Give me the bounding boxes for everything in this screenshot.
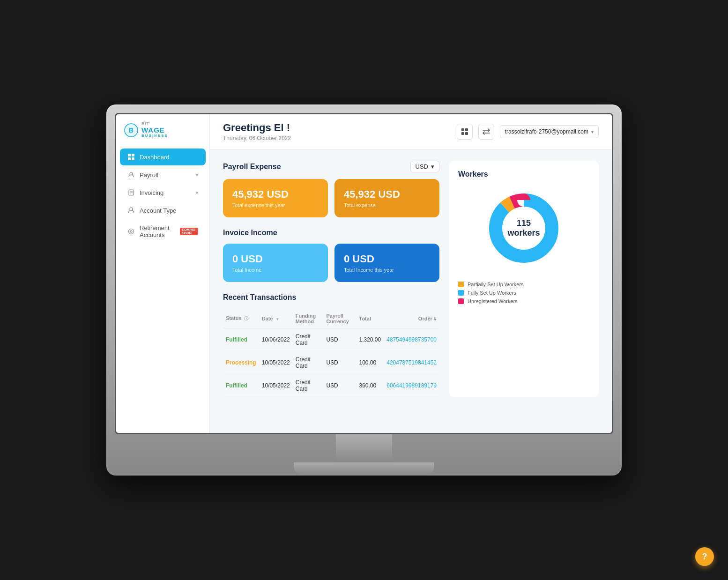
- invoice-amount-total: 0 USD: [232, 253, 319, 265]
- currency-selector[interactable]: USD ▾: [410, 161, 439, 172]
- svg-rect-13: [461, 128, 464, 131]
- legend-full-label: Fully Set Up Workers: [468, 290, 516, 296]
- legend-full: Fully Set Up Workers: [458, 290, 589, 296]
- invoicing-chevron-icon: ▾: [196, 190, 198, 195]
- cell-currency: USD: [323, 328, 356, 351]
- invoice-amount-year: 0 USD: [344, 253, 430, 265]
- legend-partial-label: Partially Set Up Workers: [468, 282, 524, 287]
- status-info-icon: ⓘ: [244, 316, 248, 321]
- table-row: Fulfilled 10/05/2022 Credit Card USD 360…: [223, 374, 439, 397]
- cell-currency: USD: [323, 351, 356, 374]
- col-order: Order #: [384, 309, 439, 328]
- payroll-amount-year: 45,932 USD: [232, 188, 319, 201]
- invoice-section-title: Invoice Income: [223, 229, 277, 237]
- cell-date: 10/06/2022: [259, 328, 293, 351]
- cell-total: 360.00: [356, 374, 384, 397]
- payroll-expense-section: Payroll Expense USD ▾ 45,932 USD: [223, 161, 439, 217]
- logo-wage-label: WAGE: [141, 126, 168, 134]
- table-header-row: Status ⓘ Date ▼ Funding Method: [223, 309, 439, 328]
- col-total: Total: [356, 309, 384, 328]
- cell-order[interactable]: 4875494998735700: [384, 328, 439, 351]
- user-dropdown[interactable]: trassoizifrafo-2750@yopmail.com ▾: [500, 125, 599, 138]
- invoice-section-header: Invoice Income: [223, 229, 439, 237]
- dropdown-chevron-icon: ▾: [591, 129, 594, 134]
- currency-label: USD: [416, 163, 428, 170]
- monitor-stand-neck: [336, 434, 392, 462]
- svg-text:B: B: [129, 126, 134, 134]
- sidebar-item-payroll[interactable]: Payroll ▾: [120, 166, 206, 183]
- invoice-card-year: 0 USD Total Income this year: [334, 244, 439, 282]
- svg-rect-15: [461, 132, 464, 135]
- switch-button[interactable]: [478, 124, 494, 140]
- grid-icon: [127, 153, 135, 161]
- payroll-chevron-icon: ▾: [196, 172, 198, 178]
- greeting-date: Thursday, 06 October 2022: [223, 135, 291, 141]
- payroll-section-header: Payroll Expense USD ▾: [223, 161, 439, 172]
- retirement-icon: [127, 228, 135, 235]
- cell-total: 1,320.00: [356, 328, 384, 351]
- donut-chart: 115 workers: [482, 186, 566, 270]
- payroll-section-title: Payroll Expense: [223, 163, 281, 171]
- sidebar-item-retirement[interactable]: Retirement Accounts COMING SOON: [120, 220, 206, 243]
- sidebar-item-dashboard[interactable]: Dashboard: [120, 149, 206, 165]
- table-row: Processing 10/05/2022 Credit Card USD 10…: [223, 351, 439, 374]
- app-container: B bit WAGE BUSINESS: [116, 114, 612, 433]
- cell-order[interactable]: 4204787519841452: [384, 351, 439, 374]
- sidebar-item-account-type[interactable]: Account Type: [120, 202, 206, 219]
- workers-count: 115 workers: [503, 218, 545, 238]
- transactions-table: Status ⓘ Date ▼ Funding Method: [223, 309, 439, 397]
- col-currency: Payroll Currency: [323, 309, 356, 328]
- logo-business-label: BUSINESS: [141, 134, 168, 138]
- logo-icon: B: [124, 123, 139, 138]
- help-button[interactable]: ?: [695, 547, 714, 566]
- monitor-stand-base: [294, 462, 434, 476]
- date-sort-icon: ▼: [276, 317, 280, 321]
- logo-area: B bit WAGE BUSINESS: [116, 122, 209, 148]
- svg-rect-16: [465, 132, 468, 135]
- coming-soon-badge: COMING SOON: [180, 228, 198, 235]
- svg-rect-3: [132, 154, 134, 156]
- monitor: B bit WAGE BUSINESS: [106, 104, 622, 476]
- payroll-amount-total: 45,932 USD: [344, 188, 430, 201]
- payroll-card-total: 45,932 USD Total expense: [334, 179, 439, 217]
- payroll-label-total: Total expense: [344, 202, 430, 208]
- workers-legend: Partially Set Up Workers Fully Set Up Wo…: [458, 282, 589, 304]
- invoice-label-total: Total Income: [232, 267, 319, 273]
- cell-status: Fulfilled: [223, 374, 259, 397]
- col-status: Status ⓘ: [223, 309, 259, 328]
- sidebar: B bit WAGE BUSINESS: [116, 114, 210, 433]
- left-column: Payroll Expense USD ▾ 45,932 USD: [223, 161, 439, 397]
- svg-point-12: [130, 231, 132, 232]
- workers-card: Workers: [449, 161, 599, 397]
- legend-unregistered-label: Unregistered Workers: [468, 298, 518, 304]
- legend-unregistered: Unregistered Workers: [458, 298, 589, 304]
- svg-rect-14: [465, 128, 468, 131]
- monitor-screen: B bit WAGE BUSINESS: [115, 113, 613, 434]
- grid-view-button[interactable]: [457, 124, 473, 140]
- cell-status: Processing: [223, 351, 259, 374]
- legend-partial: Partially Set Up Workers: [458, 282, 589, 287]
- cell-status: Fulfilled: [223, 328, 259, 351]
- dashboard-nav-label: Dashboard: [140, 154, 170, 161]
- cell-currency: USD: [323, 374, 356, 397]
- legend-partial-dot: [458, 282, 464, 287]
- payroll-card-year: 45,932 USD Total expense this year: [223, 179, 328, 217]
- logo-text: bit WAGE BUSINESS: [141, 122, 168, 138]
- greeting-title: Greetings El !: [223, 122, 291, 134]
- donut-center-text: 115 workers: [503, 218, 545, 238]
- payroll-stat-cards: 45,932 USD Total expense this year 45,93…: [223, 179, 439, 217]
- table-row: Fulfilled 10/06/2022 Credit Card USD 1,3…: [223, 328, 439, 351]
- invoice-icon: [127, 189, 135, 196]
- svg-rect-5: [132, 157, 134, 160]
- greeting-section: Greetings El ! Thursday, 06 October 2022: [223, 122, 291, 141]
- workers-title: Workers: [458, 170, 589, 178]
- invoice-income-section: Invoice Income 0 USD Total Income 0 USD: [223, 229, 439, 282]
- cell-order[interactable]: 6064419989189179: [384, 374, 439, 397]
- account-icon: [127, 207, 135, 214]
- payroll-icon: [127, 171, 135, 178]
- payroll-nav-label: Payroll: [140, 171, 158, 178]
- transactions-section: Recent Transactions Status ⓘ: [223, 293, 439, 397]
- sidebar-item-invoicing[interactable]: Invoicing ▾: [120, 184, 206, 201]
- donut-container: 115 workers Partially Set Up Workers: [458, 186, 589, 304]
- col-date[interactable]: Date ▼: [259, 309, 293, 328]
